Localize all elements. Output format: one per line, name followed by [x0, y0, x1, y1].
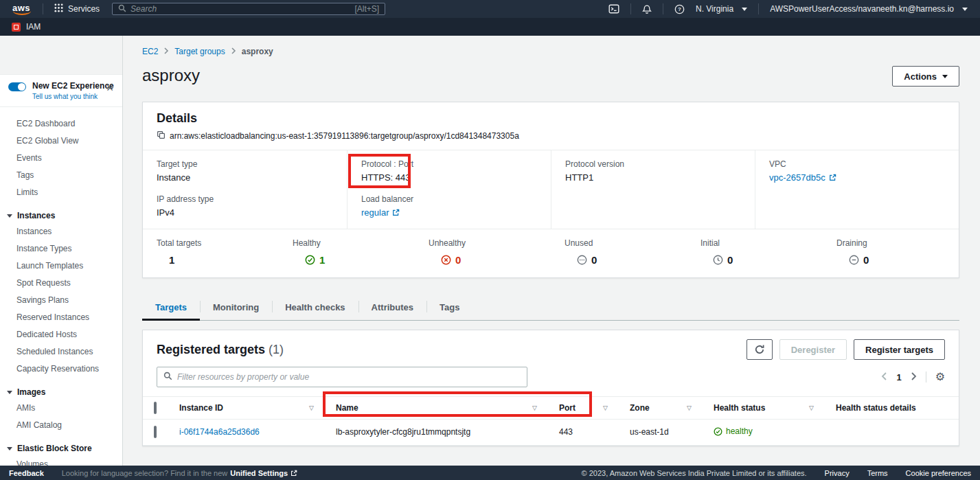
- sidebar-item-scheduled-instances[interactable]: Scheduled Instances: [0, 343, 122, 361]
- filter-input[interactable]: [177, 372, 521, 382]
- target-group-arn: arn:aws:elasticloadbalancing:us-east-1:3…: [170, 131, 519, 141]
- sidebar-item-launch-templates[interactable]: Launch Templates: [0, 258, 122, 275]
- cookie-preferences-link[interactable]: Cookie preferences: [906, 469, 971, 477]
- tab-monitoring[interactable]: Monitoring: [200, 295, 272, 320]
- privacy-link[interactable]: Privacy: [825, 469, 850, 477]
- breadcrumb-target-groups[interactable]: Target groups: [174, 47, 225, 56]
- sidebar-item-ec2-dashboard[interactable]: EC2 Dashboard: [0, 115, 122, 133]
- external-link-icon: [392, 209, 400, 216]
- tab-attributes[interactable]: Attributes: [358, 295, 426, 320]
- divider: [43, 3, 43, 14]
- stat-label: Draining: [836, 238, 959, 248]
- sidebar-item-ami-catalog[interactable]: AMI Catalog: [0, 417, 122, 434]
- terms-link[interactable]: Terms: [867, 469, 888, 477]
- refresh-button[interactable]: [747, 339, 773, 360]
- sidebar-item-limits[interactable]: Limits: [0, 184, 122, 201]
- sidebar-item-instances[interactable]: Instances: [0, 223, 122, 240]
- table-row: i-06f1744a6a25d36d6 lb-asproxytyler-cfcg…: [143, 420, 959, 446]
- sort-icon[interactable]: ▽: [809, 404, 814, 411]
- instance-id-link[interactable]: i-06f1744a6a25d36d6: [179, 427, 260, 437]
- sidebar-section-elastic-block-store[interactable]: Elastic Block Store: [0, 441, 122, 456]
- stat-value: 0: [591, 254, 597, 266]
- iam-tab-label[interactable]: IAM: [26, 22, 41, 32]
- region-label: N. Virginia: [696, 4, 733, 14]
- sidebar-item-instance-types[interactable]: Instance Types: [0, 240, 122, 258]
- register-targets-button[interactable]: Register targets: [854, 339, 945, 360]
- experience-feedback-link[interactable]: Tell us what you think: [32, 93, 114, 100]
- sort-icon[interactable]: ▽: [687, 404, 692, 411]
- actions-button[interactable]: Actions: [892, 66, 959, 87]
- section-caret-icon: [7, 391, 12, 394]
- deregister-button[interactable]: Deregister: [779, 339, 847, 360]
- search-input[interactable]: [130, 4, 350, 14]
- tab-targets[interactable]: Targets: [142, 295, 200, 320]
- help-button[interactable]: ?: [669, 0, 690, 18]
- global-search[interactable]: [Alt+S]: [112, 3, 385, 15]
- stat-unused: Unused 0: [551, 238, 687, 266]
- sidebar-item-savings-plans[interactable]: Savings Plans: [0, 292, 122, 309]
- top-navigation-bar: aws Services [Alt+S] ? N. Virginia A: [0, 0, 980, 18]
- next-page-button[interactable]: [911, 372, 917, 382]
- sort-icon[interactable]: ▽: [309, 404, 314, 411]
- breadcrumb-separator: [163, 47, 169, 56]
- sidebar-item-reserved-instances[interactable]: Reserved Instances: [0, 309, 122, 326]
- breadcrumb: EC2 Target groups asproxy: [142, 47, 959, 56]
- registered-targets-title: Registered targets: [157, 343, 265, 356]
- unified-settings-link[interactable]: Unified Settings: [230, 469, 288, 477]
- target-health-summary: Total targets 1 Healthy 1 Unhealthy 0 Un…: [143, 229, 959, 277]
- vpc-link[interactable]: vpc-2657db5c: [769, 172, 836, 183]
- column-instance-id: Instance ID: [179, 403, 223, 413]
- copy-icon[interactable]: [157, 130, 166, 141]
- details-title: Details: [157, 111, 945, 126]
- field-value: HTTP1: [565, 172, 741, 183]
- page-number[interactable]: 1: [896, 372, 901, 382]
- column-name: Name: [336, 403, 358, 413]
- divider: [758, 3, 759, 14]
- notifications-bell-button[interactable]: [637, 0, 657, 18]
- breadcrumb-ec2[interactable]: EC2: [142, 47, 158, 56]
- field-protocol-version: Protocol version HTTP1: [565, 159, 741, 183]
- table-settings-gear-icon[interactable]: ⚙: [935, 372, 945, 382]
- account-label: AWSPowerUserAccess/navaneeth.kn@harness.…: [770, 4, 954, 14]
- field-label: Protocol : Port: [361, 159, 537, 169]
- sidebar-item-amis[interactable]: AMIs: [0, 400, 122, 417]
- sort-icon[interactable]: ▽: [603, 404, 608, 411]
- detail-tabs: Targets Monitoring Health checks Attribu…: [142, 295, 959, 321]
- region-selector[interactable]: N. Virginia: [690, 0, 753, 18]
- column-health-status-details: Health status details: [836, 403, 916, 413]
- sidebar-section-images[interactable]: Images: [0, 385, 122, 400]
- aws-logo[interactable]: aws: [7, 1, 37, 16]
- sidebar-item-tags[interactable]: Tags: [0, 167, 122, 184]
- check-circle-icon: [714, 427, 722, 436]
- sidebar-item-events[interactable]: Events: [0, 150, 122, 167]
- select-all-checkbox[interactable]: [154, 402, 157, 414]
- registered-targets-table: Instance ID▽ Name▽ Port▽ Zone▽ Health st…: [143, 396, 959, 446]
- previous-page-button[interactable]: [881, 372, 887, 382]
- cell-name: lb-asproxytyler-cfcg8jru1tmmqpntsjtg: [330, 420, 554, 446]
- feedback-link[interactable]: Feedback: [9, 469, 44, 477]
- tab-tags[interactable]: Tags: [426, 295, 472, 320]
- close-icon[interactable]: ✕: [106, 83, 114, 93]
- row-checkbox[interactable]: [154, 426, 157, 438]
- sidebar-item-volumes[interactable]: Volumes: [0, 456, 122, 466]
- filter-input-box[interactable]: [157, 367, 527, 387]
- cloudshell-button[interactable]: [603, 0, 625, 18]
- sidebar-item-dedicated-hosts[interactable]: Dedicated Hosts: [0, 326, 122, 343]
- services-menu[interactable]: Services: [49, 0, 105, 18]
- sidebar-item-ec2-global-view[interactable]: EC2 Global View: [0, 133, 122, 150]
- column-port: Port: [559, 403, 576, 413]
- refresh-icon: [754, 344, 765, 355]
- sort-icon[interactable]: ▽: [532, 404, 537, 411]
- language-notice: Looking for language selection? Find it …: [62, 469, 297, 477]
- sidebar-item-spot-requests[interactable]: Spot Requests: [0, 275, 122, 292]
- sidebar-section-instances[interactable]: Instances: [0, 208, 122, 223]
- experience-toggle[interactable]: [8, 82, 26, 91]
- sidebar-item-capacity-reservations[interactable]: Capacity Reservations: [0, 361, 122, 378]
- details-panel: Details arn:aws:elasticloadbalancing:us-…: [142, 102, 959, 278]
- account-menu[interactable]: AWSPowerUserAccess/navaneeth.kn@harness.…: [764, 0, 973, 18]
- external-link-icon: [829, 174, 836, 181]
- load-balancer-link[interactable]: regular: [361, 207, 400, 218]
- search-icon: [118, 4, 126, 14]
- services-label: Services: [68, 4, 100, 14]
- tab-health-checks[interactable]: Health checks: [272, 295, 358, 320]
